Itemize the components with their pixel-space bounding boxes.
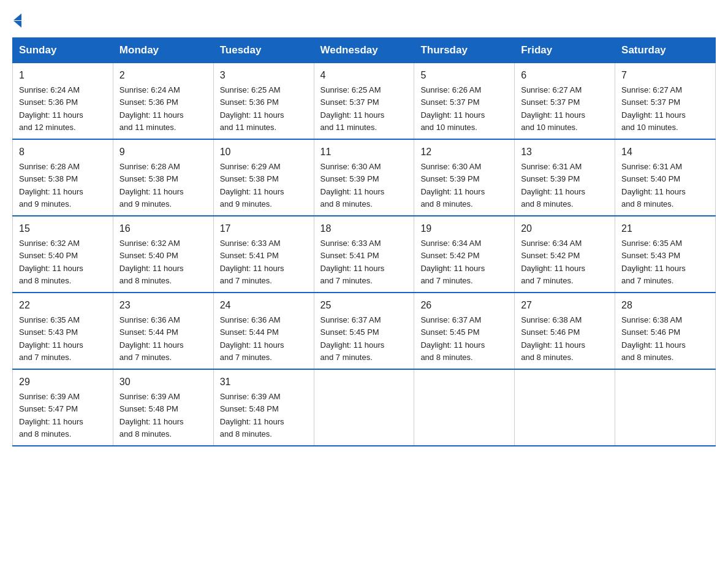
calendar-cell: 1 Sunrise: 6:24 AMSunset: 5:36 PMDayligh… bbox=[13, 63, 113, 140]
day-info: Sunrise: 6:38 AMSunset: 5:46 PMDaylight:… bbox=[621, 315, 686, 362]
day-number: 30 bbox=[119, 375, 207, 389]
calendar-cell: 3 Sunrise: 6:25 AMSunset: 5:36 PMDayligh… bbox=[213, 63, 314, 140]
calendar-cell: 29 Sunrise: 6:39 AMSunset: 5:47 PMDaylig… bbox=[13, 369, 113, 446]
day-info: Sunrise: 6:25 AMSunset: 5:37 PMDaylight:… bbox=[320, 85, 385, 132]
day-number: 22 bbox=[19, 298, 107, 313]
day-number: 17 bbox=[220, 221, 308, 236]
calendar-cell: 30 Sunrise: 6:39 AMSunset: 5:48 PMDaylig… bbox=[113, 369, 213, 446]
day-info: Sunrise: 6:24 AMSunset: 5:36 PMDaylight:… bbox=[119, 85, 184, 132]
calendar-cell: 5 Sunrise: 6:26 AMSunset: 5:37 PMDayligh… bbox=[414, 63, 515, 140]
calendar-cell: 7 Sunrise: 6:27 AMSunset: 5:37 PMDayligh… bbox=[615, 63, 716, 140]
logo-text bbox=[12, 12, 21, 28]
day-number: 1 bbox=[19, 68, 107, 83]
day-info: Sunrise: 6:31 AMSunset: 5:40 PMDaylight:… bbox=[621, 162, 686, 209]
day-number: 21 bbox=[621, 221, 709, 236]
calendar-header-tuesday: Tuesday bbox=[213, 38, 314, 63]
day-number: 27 bbox=[521, 298, 609, 313]
day-info: Sunrise: 6:39 AMSunset: 5:48 PMDaylight:… bbox=[119, 392, 184, 439]
day-number: 26 bbox=[420, 298, 508, 313]
calendar-cell: 23 Sunrise: 6:36 AMSunset: 5:44 PMDaylig… bbox=[113, 293, 213, 369]
day-number: 7 bbox=[621, 68, 709, 83]
logo bbox=[12, 12, 21, 28]
day-number: 6 bbox=[521, 68, 609, 83]
day-info: Sunrise: 6:28 AMSunset: 5:38 PMDaylight:… bbox=[19, 162, 83, 209]
calendar-cell: 21 Sunrise: 6:35 AMSunset: 5:43 PMDaylig… bbox=[615, 216, 716, 293]
logo-triangle-top bbox=[13, 13, 21, 20]
day-info: Sunrise: 6:36 AMSunset: 5:44 PMDaylight:… bbox=[220, 315, 284, 362]
day-info: Sunrise: 6:34 AMSunset: 5:42 PMDaylight:… bbox=[420, 239, 485, 285]
calendar-cell: 31 Sunrise: 6:39 AMSunset: 5:48 PMDaylig… bbox=[213, 369, 314, 446]
day-info: Sunrise: 6:25 AMSunset: 5:36 PMDaylight:… bbox=[220, 85, 284, 132]
day-number: 23 bbox=[119, 298, 207, 313]
day-number: 20 bbox=[521, 221, 609, 236]
calendar-cell: 28 Sunrise: 6:38 AMSunset: 5:46 PMDaylig… bbox=[615, 293, 716, 369]
day-info: Sunrise: 6:33 AMSunset: 5:41 PMDaylight:… bbox=[320, 239, 385, 285]
calendar-week-3: 15 Sunrise: 6:32 AMSunset: 5:40 PMDaylig… bbox=[13, 216, 716, 293]
day-info: Sunrise: 6:34 AMSunset: 5:42 PMDaylight:… bbox=[521, 239, 585, 285]
calendar-cell: 13 Sunrise: 6:31 AMSunset: 5:39 PMDaylig… bbox=[515, 139, 615, 216]
calendar-cell: 24 Sunrise: 6:36 AMSunset: 5:44 PMDaylig… bbox=[213, 293, 314, 369]
calendar-cell: 19 Sunrise: 6:34 AMSunset: 5:42 PMDaylig… bbox=[414, 216, 515, 293]
day-number: 15 bbox=[19, 221, 107, 236]
day-info: Sunrise: 6:28 AMSunset: 5:38 PMDaylight:… bbox=[119, 162, 184, 209]
day-info: Sunrise: 6:35 AMSunset: 5:43 PMDaylight:… bbox=[621, 239, 686, 285]
day-info: Sunrise: 6:37 AMSunset: 5:45 PMDaylight:… bbox=[320, 315, 385, 362]
day-number: 5 bbox=[420, 68, 508, 83]
day-info: Sunrise: 6:39 AMSunset: 5:48 PMDaylight:… bbox=[220, 392, 284, 439]
day-info: Sunrise: 6:33 AMSunset: 5:41 PMDaylight:… bbox=[220, 239, 284, 285]
day-info: Sunrise: 6:27 AMSunset: 5:37 PMDaylight:… bbox=[521, 85, 585, 132]
calendar-cell bbox=[314, 369, 414, 446]
day-number: 14 bbox=[621, 145, 709, 159]
day-number: 8 bbox=[19, 145, 107, 159]
day-info: Sunrise: 6:29 AMSunset: 5:38 PMDaylight:… bbox=[220, 162, 284, 209]
calendar-cell: 4 Sunrise: 6:25 AMSunset: 5:37 PMDayligh… bbox=[314, 63, 414, 140]
day-number: 31 bbox=[220, 375, 308, 389]
calendar-cell: 2 Sunrise: 6:24 AMSunset: 5:36 PMDayligh… bbox=[113, 63, 213, 140]
calendar-week-5: 29 Sunrise: 6:39 AMSunset: 5:47 PMDaylig… bbox=[13, 369, 716, 446]
calendar-header-saturday: Saturday bbox=[615, 38, 716, 63]
calendar-cell: 6 Sunrise: 6:27 AMSunset: 5:37 PMDayligh… bbox=[515, 63, 615, 140]
calendar-cell: 20 Sunrise: 6:34 AMSunset: 5:42 PMDaylig… bbox=[515, 216, 615, 293]
calendar-cell bbox=[515, 369, 615, 446]
calendar-cell: 9 Sunrise: 6:28 AMSunset: 5:38 PMDayligh… bbox=[113, 139, 213, 216]
day-info: Sunrise: 6:31 AMSunset: 5:39 PMDaylight:… bbox=[521, 162, 585, 209]
calendar-header-friday: Friday bbox=[515, 38, 615, 63]
day-number: 18 bbox=[320, 221, 408, 236]
calendar-cell: 27 Sunrise: 6:38 AMSunset: 5:46 PMDaylig… bbox=[515, 293, 615, 369]
calendar-header-thursday: Thursday bbox=[414, 38, 515, 63]
day-number: 16 bbox=[119, 221, 207, 236]
day-info: Sunrise: 6:30 AMSunset: 5:39 PMDaylight:… bbox=[420, 162, 485, 209]
day-info: Sunrise: 6:38 AMSunset: 5:46 PMDaylight:… bbox=[521, 315, 585, 362]
calendar-table: SundayMondayTuesdayWednesdayThursdayFrid… bbox=[12, 37, 716, 446]
day-number: 3 bbox=[220, 68, 308, 83]
day-info: Sunrise: 6:32 AMSunset: 5:40 PMDaylight:… bbox=[19, 239, 83, 285]
day-info: Sunrise: 6:36 AMSunset: 5:44 PMDaylight:… bbox=[119, 315, 184, 362]
calendar-cell: 14 Sunrise: 6:31 AMSunset: 5:40 PMDaylig… bbox=[615, 139, 716, 216]
logo-triangle-bottom bbox=[13, 21, 21, 28]
day-info: Sunrise: 6:35 AMSunset: 5:43 PMDaylight:… bbox=[19, 315, 83, 362]
calendar-header-sunday: Sunday bbox=[13, 38, 113, 63]
calendar-cell: 17 Sunrise: 6:33 AMSunset: 5:41 PMDaylig… bbox=[213, 216, 314, 293]
day-number: 19 bbox=[420, 221, 508, 236]
day-number: 9 bbox=[119, 145, 207, 159]
day-info: Sunrise: 6:24 AMSunset: 5:36 PMDaylight:… bbox=[19, 85, 83, 132]
calendar-cell: 16 Sunrise: 6:32 AMSunset: 5:40 PMDaylig… bbox=[113, 216, 213, 293]
day-number: 25 bbox=[320, 298, 408, 313]
day-number: 2 bbox=[119, 68, 207, 83]
calendar-header-row: SundayMondayTuesdayWednesdayThursdayFrid… bbox=[13, 38, 716, 63]
calendar-cell: 10 Sunrise: 6:29 AMSunset: 5:38 PMDaylig… bbox=[213, 139, 314, 216]
day-info: Sunrise: 6:30 AMSunset: 5:39 PMDaylight:… bbox=[320, 162, 385, 209]
calendar-cell: 8 Sunrise: 6:28 AMSunset: 5:38 PMDayligh… bbox=[13, 139, 113, 216]
calendar-cell bbox=[615, 369, 716, 446]
day-number: 13 bbox=[521, 145, 609, 159]
calendar-cell: 18 Sunrise: 6:33 AMSunset: 5:41 PMDaylig… bbox=[314, 216, 414, 293]
day-info: Sunrise: 6:39 AMSunset: 5:47 PMDaylight:… bbox=[19, 392, 83, 439]
day-info: Sunrise: 6:37 AMSunset: 5:45 PMDaylight:… bbox=[420, 315, 485, 362]
day-info: Sunrise: 6:26 AMSunset: 5:37 PMDaylight:… bbox=[420, 85, 485, 132]
day-number: 24 bbox=[220, 298, 308, 313]
day-number: 29 bbox=[19, 375, 107, 389]
day-info: Sunrise: 6:32 AMSunset: 5:40 PMDaylight:… bbox=[119, 239, 184, 285]
calendar-header-monday: Monday bbox=[113, 38, 213, 63]
day-info: Sunrise: 6:27 AMSunset: 5:37 PMDaylight:… bbox=[621, 85, 686, 132]
day-number: 28 bbox=[621, 298, 709, 313]
